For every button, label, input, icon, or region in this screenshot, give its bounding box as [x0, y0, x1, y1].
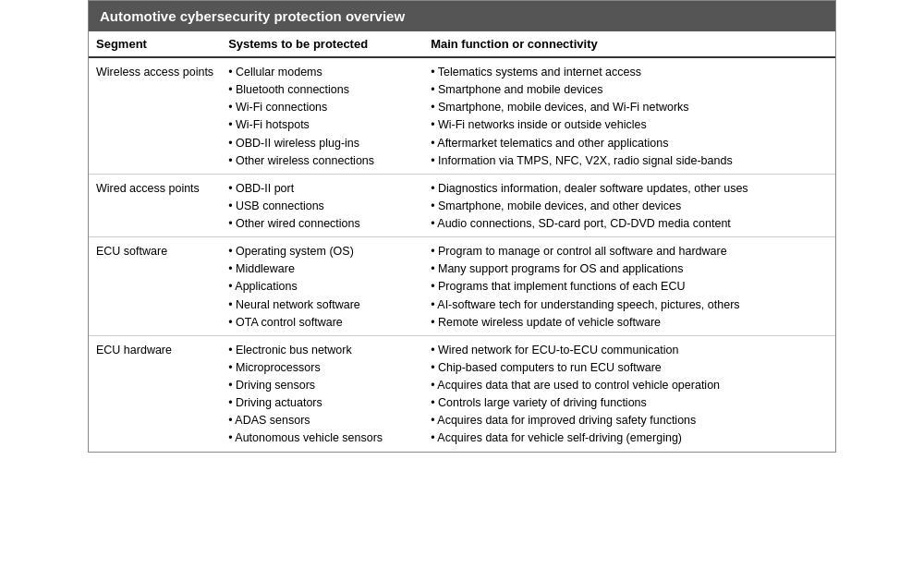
list-item: Other wired connections	[228, 215, 416, 232]
list-item: Remote wireless update of vehicle softwa…	[431, 314, 828, 331]
main-container: Automotive cybersecurity protection over…	[88, 0, 836, 453]
function-cell: Diagnostics information, dealer software…	[423, 174, 835, 236]
list-item: Smartphone, mobile devices, and other de…	[431, 198, 828, 214]
segment-cell: Wired access points	[89, 174, 221, 236]
segment-cell: ECU software	[89, 237, 221, 336]
list-item: Program to manage or control all softwar…	[431, 243, 828, 260]
list-item: Telematics systems and internet access	[431, 64, 828, 80]
list-item: Audio connections, SD-card port, CD-DVD …	[431, 215, 828, 232]
data-table: Segment Systems to be protected Main fun…	[89, 31, 835, 452]
systems-cell: OBD-II portUSB connectionsOther wired co…	[221, 174, 423, 236]
systems-cell: Electronic bus networkMicroprocessorsDri…	[221, 335, 423, 451]
segment-cell: Wireless access points	[89, 57, 221, 174]
table-row: Wired access pointsOBD-II portUSB connec…	[89, 174, 835, 236]
table-row: ECU hardwareElectronic bus networkMicrop…	[89, 335, 835, 451]
list-item: Wi-Fi hotspots	[228, 116, 416, 133]
list-item: Wi-Fi connections	[228, 99, 416, 115]
list-item: Programs that implement functions of eac…	[431, 278, 828, 295]
list-item: Driving sensors	[228, 377, 416, 393]
list-item: Cellular modems	[228, 64, 416, 80]
col-header-segment: Segment	[89, 31, 221, 57]
list-item: Controls large variety of driving functi…	[431, 394, 828, 411]
systems-cell: Cellular modemsBluetooth connectionsWi-F…	[221, 57, 423, 174]
list-item: Wi-Fi networks inside or outside vehicle…	[431, 116, 828, 133]
list-item: USB connections	[228, 198, 416, 214]
list-item: Operating system (OS)	[228, 243, 416, 260]
list-item: ADAS sensors	[228, 412, 416, 429]
list-item: Smartphone and mobile devices	[431, 81, 828, 98]
list-item: Chip-based computers to run ECU software	[431, 359, 828, 376]
list-item: OTA control software	[228, 314, 416, 331]
table-row: ECU softwareOperating system (OS)Middlew…	[89, 237, 835, 336]
list-item: Information via TMPS, NFC, V2X, radio si…	[431, 152, 828, 169]
list-item: Many support programs for OS and applica…	[431, 260, 828, 277]
list-item: Autonomous vehicle sensors	[228, 429, 416, 446]
list-item: Wired network for ECU-to-ECU communicati…	[431, 342, 828, 358]
list-item: Driving actuators	[228, 394, 416, 411]
segment-cell: ECU hardware	[89, 335, 221, 451]
list-item: Smartphone, mobile devices, and Wi-Fi ne…	[431, 99, 828, 115]
list-item: Diagnostics information, dealer software…	[431, 180, 828, 197]
list-item: Neural network software	[228, 296, 416, 313]
list-item: OBD-II port	[228, 180, 416, 197]
header-title: Automotive cybersecurity protection over…	[100, 8, 405, 24]
list-item: Acquires data that are used to control v…	[431, 377, 828, 393]
list-item: Electronic bus network	[228, 342, 416, 358]
systems-cell: Operating system (OS)MiddlewareApplicati…	[221, 237, 423, 336]
list-item: Bluetooth connections	[228, 81, 416, 98]
list-item: Applications	[228, 278, 416, 295]
list-item: Other wireless connections	[228, 152, 416, 169]
table-row: Wireless access pointsCellular modemsBlu…	[89, 57, 835, 174]
list-item: Microprocessors	[228, 359, 416, 376]
function-cell: Telematics systems and internet accessSm…	[423, 57, 835, 174]
col-header-systems: Systems to be protected	[221, 31, 423, 57]
col-header-function: Main function or connectivity	[423, 31, 835, 57]
list-item: AI-software tech for understanding speec…	[431, 296, 828, 313]
list-item: Middleware	[228, 260, 416, 277]
list-item: Acquires data for vehicle self-driving (…	[431, 429, 828, 446]
function-cell: Wired network for ECU-to-ECU communicati…	[423, 335, 835, 451]
list-item: OBD-II wireless plug-ins	[228, 135, 416, 151]
table-header: Automotive cybersecurity protection over…	[89, 1, 835, 31]
list-item: Aftermarket telematics and other applica…	[431, 135, 828, 151]
function-cell: Program to manage or control all softwar…	[423, 237, 835, 336]
list-item: Acquires data for improved driving safet…	[431, 412, 828, 429]
